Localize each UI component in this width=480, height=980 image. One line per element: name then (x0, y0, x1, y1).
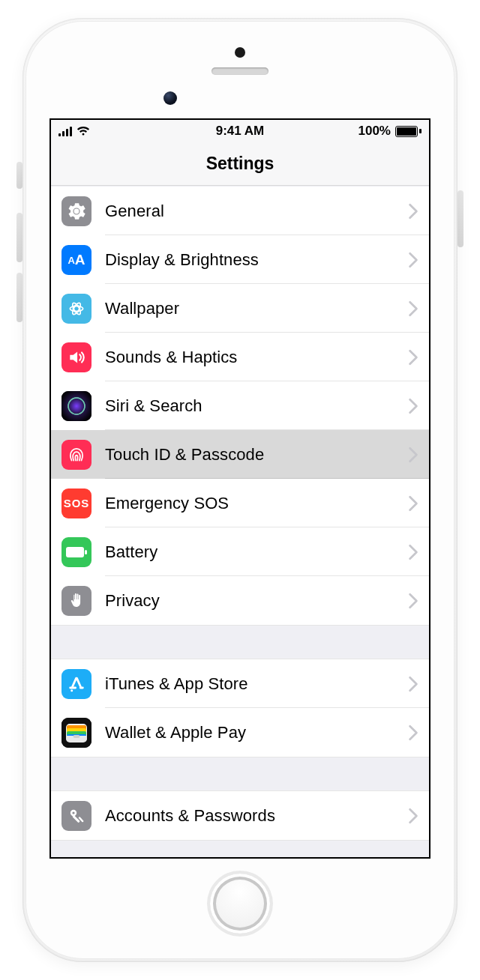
settings-group-main: General AA Display & Brightness (51, 187, 429, 626)
stage: 9:41 AM 100% Settings (0, 0, 480, 980)
settings-group-store: iTunes & App Store (51, 659, 429, 757)
front-camera-icon (164, 91, 177, 105)
settings-row-accounts[interactable]: Accounts & Passwords (51, 791, 429, 840)
svg-rect-7 (62, 391, 92, 421)
settings-scroller[interactable]: General AA Display & Brightness (51, 187, 429, 857)
mute-switch (16, 162, 22, 189)
settings-row-battery[interactable]: Battery (51, 527, 429, 576)
volume-down-button (16, 273, 22, 322)
battery-icon (62, 537, 92, 567)
svg-rect-27 (72, 814, 80, 823)
settings-row-itunes[interactable]: iTunes & App Store (51, 659, 429, 708)
group-gap (51, 626, 429, 659)
settings-group-accounts: Accounts & Passwords (51, 790, 429, 841)
volume-up-button (16, 213, 22, 262)
navbar: Settings (51, 142, 429, 186)
settings-row-label: General (105, 202, 408, 221)
settings-row-sounds[interactable]: Sounds & Haptics (51, 333, 429, 381)
settings-row-wallpaper[interactable]: Wallpaper (51, 284, 429, 333)
svg-point-26 (72, 811, 74, 814)
chevron-right-icon (408, 593, 418, 609)
chevron-right-icon (408, 300, 418, 317)
chevron-right-icon (408, 252, 418, 268)
chevron-right-icon (408, 398, 418, 414)
privacy-icon (62, 586, 92, 616)
group-gap (51, 757, 429, 790)
status-time: 9:41 AM (179, 124, 300, 139)
chevron-right-icon (408, 544, 418, 560)
settings-row-display[interactable]: AA Display & Brightness (51, 235, 429, 284)
wallet-icon (62, 718, 92, 748)
sos-icon: SOS (62, 489, 92, 518)
svg-point-4 (70, 306, 82, 311)
home-button[interactable] (210, 874, 270, 934)
chevron-right-icon (408, 808, 418, 824)
siri-icon (62, 391, 92, 421)
settings-row-touchid[interactable]: Touch ID & Passcode (51, 430, 429, 479)
settings-row-label: Accounts & Passwords (105, 806, 408, 826)
settings-row-label: Wallpaper (105, 299, 408, 318)
phone-body: 9:41 AM 100% Settings (22, 18, 458, 962)
display-icon: AA (62, 245, 92, 275)
power-button (458, 190, 464, 247)
settings-row-label: Display & Brightness (105, 250, 408, 270)
chevron-right-icon (408, 447, 418, 463)
chevron-right-icon (408, 676, 418, 692)
chevron-right-icon (408, 349, 418, 366)
settings-row-label: Wallet & Apple Pay (105, 723, 408, 742)
sensor-dot-icon (235, 47, 245, 58)
settings-row-label: iTunes & App Store (105, 674, 408, 694)
wifi-icon (76, 126, 90, 136)
svg-rect-24 (74, 735, 80, 738)
settings-row-wallet[interactable]: Wallet & Apple Pay (51, 708, 429, 757)
key-icon (62, 801, 92, 831)
settings-row-label: Touch ID & Passcode (105, 445, 408, 465)
battery-percent: 100% (358, 124, 391, 139)
touchid-icon (62, 440, 92, 470)
appstore-icon (62, 669, 92, 699)
settings-row-label: Battery (105, 542, 408, 562)
settings-row-label: Privacy (105, 591, 408, 611)
earpiece-speaker-icon (212, 67, 268, 75)
svg-rect-16 (76, 677, 82, 688)
settings-row-general[interactable]: General (51, 187, 429, 235)
sounds-icon (62, 342, 92, 372)
page-title: Settings (206, 154, 274, 174)
chevron-right-icon (408, 203, 418, 220)
battery-icon (395, 126, 422, 137)
gear-icon (62, 196, 92, 226)
sos-icon-text: SOS (64, 497, 90, 509)
svg-rect-12 (85, 550, 87, 554)
svg-rect-11 (66, 547, 84, 557)
wallpaper-icon (62, 294, 92, 324)
screen: 9:41 AM 100% Settings (50, 118, 430, 859)
chevron-right-icon (408, 495, 418, 512)
cellular-signal-icon (58, 126, 72, 136)
status-bar: 9:41 AM 100% (51, 120, 429, 142)
settings-row-siri[interactable]: Siri & Search (51, 381, 429, 430)
settings-row-label: Emergency SOS (105, 494, 408, 513)
settings-row-privacy[interactable]: Privacy (51, 576, 429, 625)
settings-row-sos[interactable]: SOS Emergency SOS (51, 479, 429, 527)
svg-point-17 (70, 689, 73, 692)
settings-row-label: Siri & Search (105, 396, 408, 416)
settings-row-label: Sounds & Haptics (105, 348, 408, 367)
phone-inner: 9:41 AM 100% Settings (26, 21, 454, 959)
chevron-right-icon (408, 725, 418, 741)
svg-point-0 (74, 208, 80, 214)
